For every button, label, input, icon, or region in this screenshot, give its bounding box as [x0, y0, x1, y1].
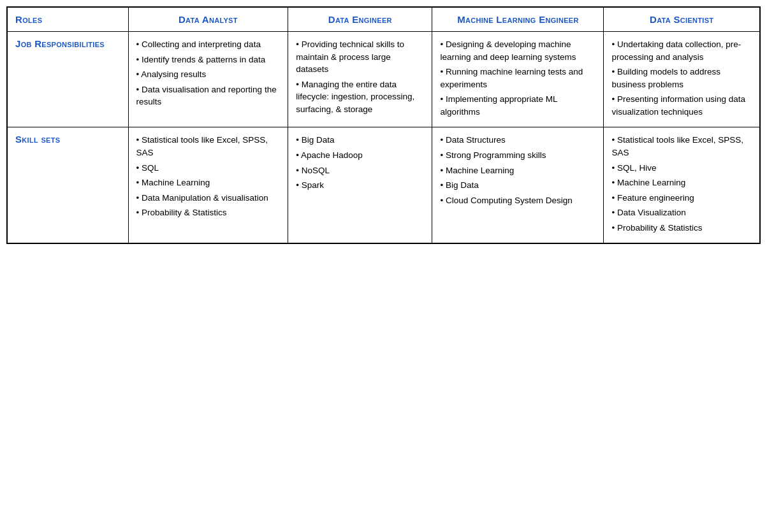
list-item: Running machine learning tests and exper…: [440, 66, 595, 90]
list-item: Data Structures: [440, 134, 595, 147]
list-item: Undertaking data collection, pre-process…: [611, 38, 752, 63]
list-item: NoSQL: [296, 164, 424, 177]
list-item: Collecting and interpreting data: [136, 38, 281, 51]
cell-de-0: Providing technical skills to maintain &…: [288, 32, 432, 127]
list-item: Building models to address business prob…: [611, 66, 752, 90]
list-item: Cloud Computing System Design: [440, 194, 595, 207]
list-item: Data Manipulation & visualisation: [136, 192, 281, 205]
header-roles: Roles: [8, 8, 129, 32]
list-item: Machine Learning: [611, 176, 752, 189]
list-item: Implementing appropriate ML algorithms: [440, 93, 595, 118]
comparison-table: Roles Data Analyst Data Engineer Machine…: [6, 6, 761, 244]
table-row: Job ResponsibilitiesCollecting and inter…: [8, 32, 760, 127]
list-item: Analysing results: [136, 68, 281, 81]
list-item: Probability & Statistics: [611, 222, 752, 234]
cell-mle-1: Data StructuresStrong Programming skills…: [432, 127, 604, 243]
cell-ds-1: Statistical tools like Excel, SPSS, SASS…: [604, 127, 760, 243]
list-item: Machine Learning: [440, 164, 595, 177]
header-row: Roles Data Analyst Data Engineer Machine…: [8, 8, 760, 32]
list-item: Data visualisation and reporting the res…: [136, 83, 281, 108]
cell-da-1: Statistical tools like Excel, SPSS, SASS…: [128, 127, 288, 243]
header-data-analyst: Data Analyst: [128, 8, 288, 32]
list-item: Designing & developing machine learning …: [440, 38, 595, 63]
list-item: Identify trends & patterns in data: [136, 54, 281, 66]
list-item: Data Visualization: [611, 206, 752, 219]
header-data-scientist: Data Scientist: [604, 8, 760, 32]
list-item: Spark: [296, 179, 424, 192]
list-item: SQL, Hive: [611, 162, 752, 175]
list-item: Big Data: [440, 179, 595, 192]
header-data-engineer: Data Engineer: [288, 8, 432, 32]
list-item: Providing technical skills to maintain &…: [296, 38, 424, 76]
list-item: Feature engineering: [611, 192, 752, 205]
cell-da-0: Collecting and interpreting dataIdentify…: [128, 32, 288, 127]
list-item: Apache Hadoop: [296, 149, 424, 162]
list-item: Machine Learning: [136, 176, 281, 189]
list-item: Managing the entire data lifecycle: inge…: [296, 78, 424, 116]
list-item: Probability & Statistics: [136, 206, 281, 219]
header-ml-engineer: Machine Learning Engineer: [432, 8, 604, 32]
list-item: Strong Programming skills: [440, 149, 595, 162]
list-item: SQL: [136, 162, 281, 175]
list-item: Presenting information using data visual…: [611, 93, 752, 118]
cell-ds-0: Undertaking data collection, pre-process…: [604, 32, 760, 127]
row-label-1: Skill sets: [8, 127, 129, 243]
list-item: Big Data: [296, 134, 424, 147]
row-label-0: Job Responsibilities: [8, 32, 129, 127]
list-item: Statistical tools like Excel, SPSS, SAS: [136, 134, 281, 159]
cell-de-1: Big DataApache HadoopNoSQLSpark: [288, 127, 432, 243]
cell-mle-0: Designing & developing machine learning …: [432, 32, 604, 127]
table-row: Skill setsStatistical tools like Excel, …: [8, 127, 760, 243]
list-item: Statistical tools like Excel, SPSS, SAS: [611, 134, 752, 159]
